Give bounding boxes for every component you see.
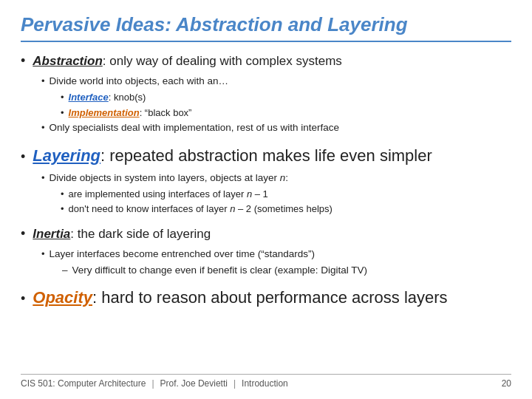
layering-sub-bullets: • Divide objects in system into layers, … xyxy=(41,171,511,216)
sub-bullet-divide-text: Divide world into objects, each with an… xyxy=(50,74,228,89)
abstraction-suffix: : only way of dealing with complex syste… xyxy=(103,54,342,68)
layer-n-minus-1: • are implemented using interfaces of la… xyxy=(61,187,511,202)
footer-sep-2: | xyxy=(233,378,236,389)
implementation-text: Implementation: “black box” xyxy=(69,106,192,120)
n-italic-2: n xyxy=(247,188,252,200)
abstraction-header: • Abstraction: only way of dealing with … xyxy=(21,51,511,71)
sub-bullet-specialists: • Only specialists deal with implementat… xyxy=(41,120,511,135)
implementation-keyword: Implementation xyxy=(69,107,140,118)
abstraction-text: Abstraction: only way of dealing with co… xyxy=(33,52,342,71)
implementation-bullet: • Implementation: “black box” xyxy=(61,106,511,120)
abstraction-section: • Abstraction: only way of dealing with … xyxy=(21,51,511,136)
interface-suffix: : knob(s) xyxy=(109,92,146,103)
implementation-suffix: : “black box” xyxy=(140,107,192,118)
sub-bullet-divide: • Divide world into objects, each with a… xyxy=(41,74,511,89)
opacity-text: Opacity: hard to reason about performanc… xyxy=(33,285,447,310)
inertia-text: Inertia: the dark side of layering xyxy=(33,225,211,244)
n-italic-1: n xyxy=(280,172,286,183)
inertia-digital-tv-text: Very difficult to change even if benefit… xyxy=(72,263,367,278)
sub-bullet-divide-objects: • Divide objects in system into layers, … xyxy=(41,171,511,185)
layer-n-minus-1-text: are implemented using interfaces of laye… xyxy=(69,187,268,202)
inertia-keyword: Inertia xyxy=(33,227,70,241)
interface-keyword: Interface xyxy=(69,92,109,103)
layering-keyword: Layering xyxy=(33,146,100,165)
layering-text: Layering: repeated abstraction makes lif… xyxy=(33,143,432,168)
footer-topic: Introduction xyxy=(242,378,288,389)
footer-page: 20 xyxy=(502,378,511,389)
layering-section: • Layering: repeated abstraction makes l… xyxy=(21,143,511,216)
inertia-standards: • Layer interfaces become entrenched ove… xyxy=(41,247,511,262)
abstraction-keyword: Abstraction xyxy=(33,54,102,68)
bullet-dot-3: • xyxy=(21,224,25,244)
opacity-section: • Opacity: hard to reason about performa… xyxy=(21,285,511,310)
sub-bullet-specialists-text: Only specialists deal with implementatio… xyxy=(50,120,339,135)
inertia-digital-tv: – Very difficult to change even if benef… xyxy=(62,263,511,278)
inertia-sub-bullets: • Layer interfaces become entrenched ove… xyxy=(41,247,511,279)
slide-content: • Abstraction: only way of dealing with … xyxy=(21,51,511,371)
footer-left: CIS 501: Computer Architecture | Prof. J… xyxy=(21,378,288,389)
footer-course: CIS 501: Computer Architecture xyxy=(21,378,146,389)
interface-bullet: • Interface: knob(s) xyxy=(61,90,511,105)
abstraction-sub-bullets: • Divide world into objects, each with a… xyxy=(41,74,511,136)
divide-objects-text: Divide objects in system into layers, ob… xyxy=(50,171,288,185)
sub-sub-bullets-interface: • Interface: knob(s) • Implementation: “… xyxy=(61,90,511,120)
slide-title: Pervasive Ideas: Abstraction and Layerin… xyxy=(21,13,511,42)
bullet-dot: • xyxy=(21,51,25,71)
inertia-standards-text: Layer interfaces become entrenched over … xyxy=(50,247,315,262)
opacity-suffix: : hard to reason about performance acros… xyxy=(92,288,448,307)
inertia-suffix: : the dark side of layering xyxy=(70,227,211,241)
opacity-keyword: Opacity xyxy=(33,288,92,307)
layering-header: • Layering: repeated abstraction makes l… xyxy=(21,143,511,168)
opacity-header: • Opacity: hard to reason about performa… xyxy=(21,285,511,310)
layer-n-minus-2: • don't need to know interfaces of layer… xyxy=(61,202,511,216)
slide-footer: CIS 501: Computer Architecture | Prof. J… xyxy=(21,374,511,389)
n-italic-3: n xyxy=(230,203,235,214)
inertia-section: • Inertia: the dark side of layering • L… xyxy=(21,224,511,279)
layer-n-minus-2-text: don't need to know interfaces of layer n… xyxy=(69,202,332,216)
interface-text: Interface: knob(s) xyxy=(69,90,146,105)
inertia-header: • Inertia: the dark side of layering xyxy=(21,224,511,244)
layering-suffix: : repeated abstraction makes life even s… xyxy=(100,146,432,165)
bullet-dot-4: • xyxy=(21,289,25,309)
layer-sub-sub: • are implemented using interfaces of la… xyxy=(61,187,511,216)
slide: Pervasive Ideas: Abstraction and Layerin… xyxy=(0,0,532,399)
bullet-dot-2: • xyxy=(21,147,25,167)
footer-professor: Prof. Joe Devietti xyxy=(160,378,228,389)
footer-sep-1: | xyxy=(151,378,154,389)
